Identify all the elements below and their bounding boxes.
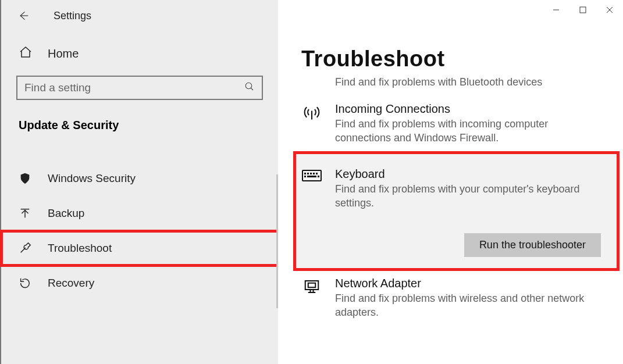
svg-point-0 [245,83,252,89]
sidebar-item-label: Backup [48,207,84,220]
search-input[interactable] [24,81,244,94]
ts-item-subtitle: Find and fix problems with wireless and … [335,291,585,320]
recovery-icon [17,276,33,291]
svg-rect-7 [310,173,312,174]
ts-item-network-adapter[interactable]: Network Adapter Find and fix problems wi… [301,269,617,328]
sidebar-item-windows-security[interactable]: Windows Security [1,161,278,196]
svg-rect-12 [318,176,319,177]
keyboard-icon [301,167,322,210]
sidebar-item-recovery[interactable]: Recovery [1,266,278,301]
window-title: Settings [54,10,91,22]
sidebar-item-label: Windows Security [48,172,136,185]
main-panel: Troubleshoot Find and fix problems with … [278,0,623,364]
home-icon [19,45,33,62]
sidebar-item-home[interactable]: Home [1,31,278,76]
sidebar-item-backup[interactable]: Backup [1,196,278,231]
maximize-button[interactable] [569,0,596,20]
sidebar-nav: Windows Security Backup Troubleshoot Rec… [1,161,278,301]
antenna-icon [301,102,322,145]
svg-rect-9 [316,173,318,174]
ts-item-subtitle: Find and fix problems with incoming comp… [335,117,585,145]
svg-rect-13 [305,281,319,290]
shield-icon [17,171,33,186]
back-icon[interactable] [17,10,29,22]
backup-icon [17,206,33,221]
ts-item-subtitle: Find and fix problems with your computer… [335,182,585,210]
ts-item-title: Network Adapter [335,277,585,290]
sidebar-item-troubleshoot[interactable]: Troubleshoot [1,231,278,266]
svg-rect-8 [313,173,315,174]
search-box[interactable] [16,76,263,100]
sidebar: Settings Home Update & Security Windows … [0,0,278,364]
sidebar-item-label: Recovery [48,277,94,290]
sidebar-item-label: Troubleshoot [48,242,112,255]
svg-rect-6 [307,173,309,174]
svg-rect-14 [308,283,316,288]
svg-rect-5 [304,173,306,174]
svg-rect-11 [307,176,316,177]
wrench-icon [17,241,33,256]
ts-item-bluetooth-subtitle: Find and fix problems with Bluetooth dev… [335,76,617,88]
minimize-button[interactable] [543,0,569,20]
search-icon [244,81,255,94]
ts-item-title: Keyboard [335,167,585,181]
sidebar-section-header: Update & Security [1,100,278,138]
run-troubleshooter-button[interactable]: Run the troubleshooter [464,233,601,257]
network-adapter-icon [301,277,322,320]
ts-item-incoming-connections[interactable]: Incoming Connections Find and fix proble… [301,94,617,154]
page-title: Troubleshoot [301,47,617,72]
ts-item-title: Incoming Connections [335,102,585,116]
home-label: Home [48,47,79,60]
troubleshoot-list: Incoming Connections Find and fix proble… [301,94,617,328]
svg-rect-10 [304,176,306,177]
close-button[interactable] [596,0,623,20]
titlebar-left: Settings [1,0,278,31]
window-controls [543,0,623,20]
svg-rect-2 [580,7,586,13]
ts-item-keyboard[interactable]: Keyboard Find and fix problems with your… [296,154,617,269]
